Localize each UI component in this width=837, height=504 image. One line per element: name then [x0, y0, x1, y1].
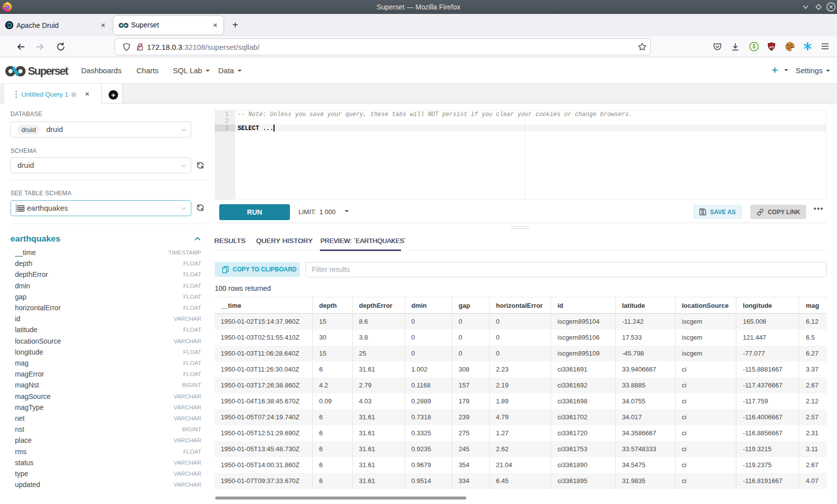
svg-text:uO: uO: [769, 45, 774, 49]
